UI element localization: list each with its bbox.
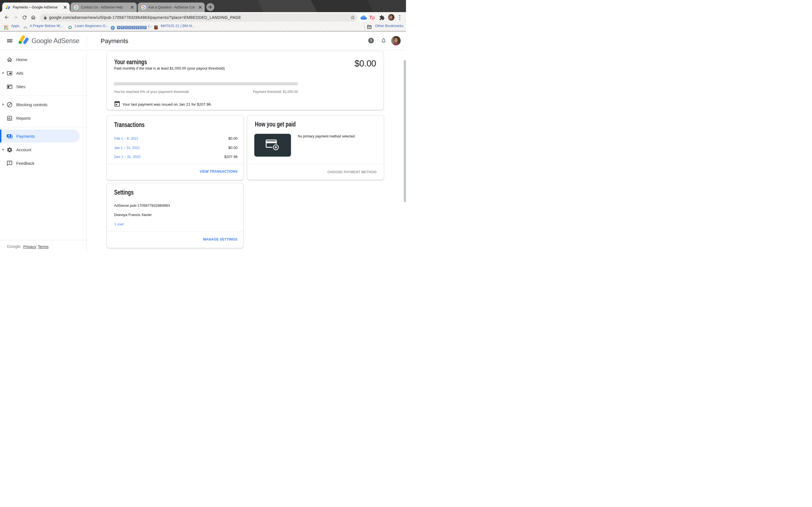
svg-text:?: ?	[370, 39, 372, 43]
